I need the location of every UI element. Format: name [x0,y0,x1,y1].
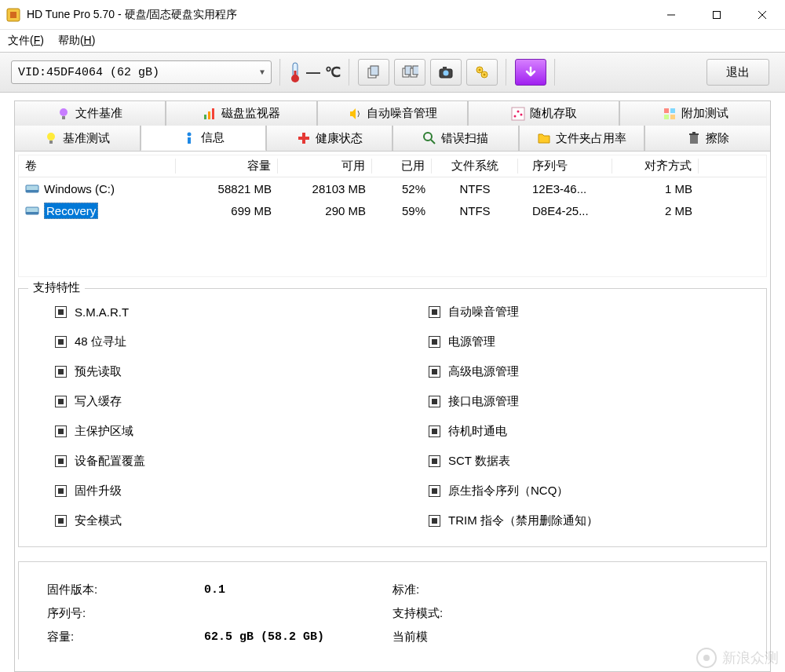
feature-item: 主保护区域 [55,416,392,446]
checkbox-icon [55,485,67,497]
close-button[interactable] [739,0,785,29]
info-label: 标准: [392,583,487,597]
toolbar-separator [554,59,556,86]
checkbox-icon [429,366,440,378]
tab-info[interactable]: 信息 [141,126,267,151]
info-label: 序列号: [47,606,141,621]
col-available[interactable]: 可用 [278,159,372,173]
tab-folder-usage[interactable]: 文件夹占用率 [519,126,645,151]
table-row[interactable]: Recovery 699 MB 290 MB 59% NTFS D8E4-25.… [19,199,766,221]
device-selector[interactable]: VID:45DF4064 (62 gB) ▼ [11,60,272,84]
svg-point-37 [188,132,192,136]
col-capacity[interactable]: 容量 [176,159,278,173]
info-right-column: 标准: 支持模式: 当前模 [392,578,738,648]
feature-item: 预先读取 [55,356,392,386]
temperature-unit: ℃ [325,64,341,81]
menu-help[interactable]: 帮助(H) [58,34,95,48]
app-icon [6,8,20,22]
feature-item: 48 位寻址 [55,327,392,356]
menubar: 文件(F) 帮助(H) [0,30,785,52]
svg-rect-1 [10,12,16,18]
copy-all-button[interactable] [394,59,425,86]
volume-table[interactable]: 卷 容量 可用 已用 文件系统 序列号 对齐方式 Windows (C:) 58… [18,155,767,277]
svg-rect-47 [26,190,38,192]
exit-button[interactable]: 退出 [706,59,769,86]
col-filesystem[interactable]: 文件系统 [432,159,518,173]
drive-icon [25,205,39,216]
checkbox-icon [429,515,440,527]
svg-rect-43 [690,135,698,144]
save-button[interactable] [515,59,546,86]
table-header: 卷 容量 可用 已用 文件系统 序列号 对齐方式 [19,155,766,177]
col-serial[interactable]: 序列号 [518,159,612,173]
tab-content: 卷 容量 可用 已用 文件系统 序列号 对齐方式 Windows (C:) 58… [14,151,771,672]
svg-rect-3 [714,11,721,18]
features-legend: 支持特性 [28,280,85,295]
chevron-down-icon: ▼ [260,68,265,77]
svg-rect-34 [670,115,675,119]
col-used[interactable]: 已用 [372,159,432,173]
folder-icon [537,131,551,145]
features-fieldset: 支持特性 S.M.A.R.T 48 位寻址 预先读取 写入缓存 主保护区域 设备… [18,288,767,547]
info-label: 支持模式: [392,606,487,621]
svg-rect-8 [294,71,297,79]
tab-benchmark[interactable]: 基准测试 [14,126,141,151]
svg-point-30 [520,113,522,115]
feature-item: 待机时通电 [429,416,766,446]
tab-erase[interactable]: 擦除 [644,126,771,151]
chart-icon [203,107,217,121]
scatter-icon [511,107,525,121]
feature-item: 设备配置覆盖 [55,446,392,476]
tab-aam[interactable]: 自动噪音管理 [317,100,469,126]
features-right: 自动噪音管理 电源管理 高级电源管理 接口电源管理 待机时通电 SCT 数据表 … [392,297,766,535]
svg-point-20 [479,69,481,71]
temperature-display: — ℃ [289,61,341,83]
tab-file-benchmark[interactable]: 文件基准 [14,100,166,126]
minimize-button[interactable] [648,0,694,29]
svg-line-42 [431,140,435,144]
svg-rect-49 [26,212,38,214]
col-volume[interactable]: 卷 [19,159,176,173]
svg-rect-45 [692,132,696,133]
info-value: 62.5 gB (58.2 GB) [204,630,324,644]
checkbox-icon [55,366,67,378]
tab-random-access[interactable]: 随机存取 [468,100,619,126]
svg-rect-33 [664,115,669,119]
svg-point-35 [47,133,55,141]
toolbar-separator [279,59,281,86]
checkbox-icon [429,425,440,437]
svg-rect-31 [664,108,669,113]
col-align[interactable]: 对齐方式 [612,159,699,173]
tab-disk-monitor[interactable]: 磁盘监视器 [166,100,317,126]
toolbar: VID:45DF4064 (62 gB) ▼ — ℃ 退出 [0,52,785,93]
feature-item: SCT 数据表 [429,446,766,476]
copy-button[interactable] [358,59,389,86]
info-label: 容量: [47,630,141,645]
bulb-icon [57,107,71,121]
feature-item: 安全模式 [55,506,392,535]
menu-file[interactable]: 文件(F) [8,34,44,48]
speaker-icon [348,107,362,121]
svg-rect-38 [188,137,191,144]
info-fieldset: 固件版本:0.1 序列号: 容量:62.5 gB (58.2 GB) 标准: 支… [18,561,767,659]
checkbox-icon [429,485,440,497]
table-row[interactable]: Windows (C:) 58821 MB 28103 MB 52% NTFS … [19,177,766,199]
tab-error-scan[interactable]: 错误扫描 [392,126,519,151]
feature-item: 固件升级 [55,476,392,506]
maximize-button[interactable] [694,0,739,29]
feature-item: 高级电源管理 [429,356,766,386]
svg-rect-14 [413,66,418,75]
info-label: 固件版本: [47,583,141,597]
svg-rect-44 [689,133,699,135]
screenshot-button[interactable] [430,59,462,86]
feature-item: TRIM 指令（禁用删除通知） [429,506,766,535]
checkbox-icon [55,515,67,527]
settings-button[interactable] [466,59,498,86]
svg-rect-26 [212,108,214,119]
tab-extra-tests[interactable]: 附加测试 [619,100,771,126]
checkbox-icon [55,455,67,467]
tab-health[interactable]: 健康状态 [266,126,392,151]
trash-icon [687,131,701,145]
svg-point-16 [444,71,449,76]
thermometer-icon [289,61,301,83]
